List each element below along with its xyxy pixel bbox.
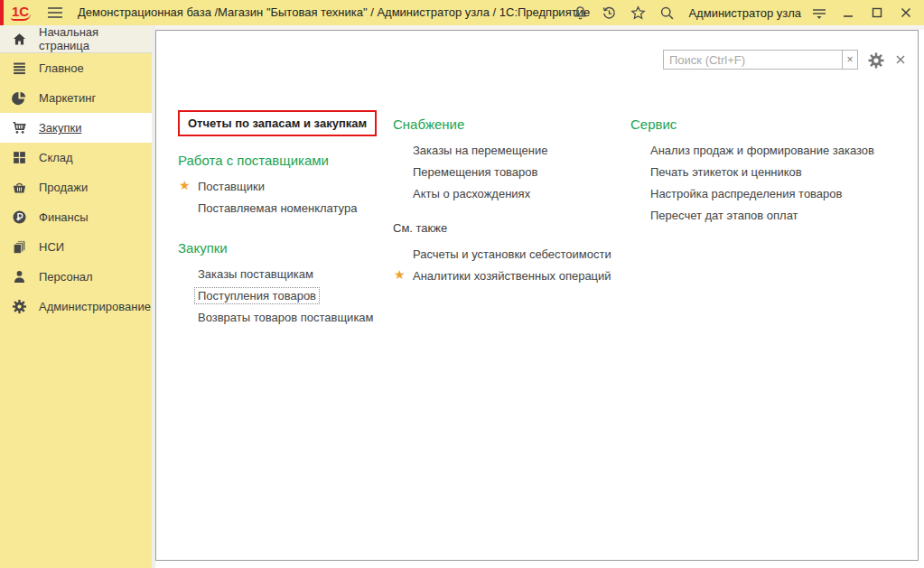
command-link[interactable]: Печать этикеток и ценников xyxy=(630,161,910,182)
1c-logo: 1С xyxy=(11,4,31,21)
sidebar-item-label: Продажи xyxy=(39,181,88,194)
sidebar-item-prodazhi[interactable]: Продажи xyxy=(0,172,152,202)
gear-icon xyxy=(12,299,27,314)
sidebar-item-label: НСИ xyxy=(39,240,64,254)
command-link[interactable]: ★ Аналитики хозяйственных операций xyxy=(393,265,630,286)
sidebar-item-finansy[interactable]: Финансы xyxy=(0,202,152,232)
current-user-label: Администратор узла xyxy=(688,6,801,20)
sidebar-item-label: Финансы xyxy=(39,210,89,224)
window-titlebar: 1С Демонстрационная база /Магазин "Бытов… xyxy=(0,0,924,25)
see-also-header: См. также xyxy=(393,220,630,236)
pie-chart-icon xyxy=(12,90,27,106)
favorite-star-icon: ★ xyxy=(179,179,191,191)
command-link[interactable]: Настройка распределения товаров xyxy=(630,182,910,204)
command-link[interactable]: Перемещения товаров xyxy=(393,161,630,182)
panel-close-icon[interactable] xyxy=(894,53,907,66)
sidebar-item-sklad[interactable]: Склад xyxy=(0,143,152,172)
window-title: Демонстрационная база /Магазин "Бытовая … xyxy=(78,0,590,25)
sidebar-item-label: Главное xyxy=(39,61,84,75)
minimize-button[interactable] xyxy=(837,3,859,23)
boxes-grid-icon xyxy=(12,150,27,165)
home-icon xyxy=(12,32,27,47)
sidebar-item-glavnoe[interactable]: Главное xyxy=(0,53,152,83)
functions-panel: × Отчеты по запасам и закупкам Работа с … xyxy=(155,30,919,561)
sidebar-item-label: Маркетинг xyxy=(39,91,96,105)
section-header: Сервис xyxy=(630,116,910,132)
command-link[interactable]: Заказы поставщикам xyxy=(178,263,395,284)
panel-column-2: Снабжение Заказы на перемещение Перемеще… xyxy=(393,116,630,286)
command-link-focused[interactable]: Поступления товаров xyxy=(178,284,395,306)
search-clear-button[interactable]: × xyxy=(842,50,858,70)
service-menu-icon[interactable] xyxy=(809,3,829,23)
favorites-star-icon[interactable] xyxy=(628,3,648,23)
history-icon[interactable] xyxy=(599,3,619,23)
basket-icon xyxy=(12,180,27,195)
sidebar-item-nsi[interactable]: НСИ xyxy=(0,232,152,262)
panel-settings-gear-icon[interactable] xyxy=(867,51,885,70)
sidebar-item-label: Закупки xyxy=(39,121,81,135)
ruble-coin-icon xyxy=(12,210,27,225)
panel-column-1: Отчеты по запасам и закупкам Работа с по… xyxy=(178,110,395,328)
command-link[interactable]: Пересчет дат этапов оплат xyxy=(630,204,910,226)
sidebar-item-label: Персонал xyxy=(39,270,93,284)
command-link[interactable]: Заказы на перемещение xyxy=(393,139,630,161)
panel-column-3: Сервис Анализ продаж и формирование зака… xyxy=(630,116,910,226)
sidebar-item-label: Склад xyxy=(39,151,73,164)
panel-search: × xyxy=(663,50,858,70)
sidebar-item-zakupki[interactable]: Закупки xyxy=(0,113,152,143)
command-link[interactable]: ★ Поставщики xyxy=(178,175,395,197)
sidebar-item-marketing[interactable]: Маркетинг xyxy=(0,83,152,113)
section-header: Закупки xyxy=(178,240,395,256)
sidebar-item-administrirovanie[interactable]: Администрирование xyxy=(0,292,152,321)
command-link[interactable]: Поставляемая номенклатура xyxy=(178,197,395,219)
sidebar: Начальная страница Главное Маркетинг Зак… xyxy=(0,25,152,568)
notifications-bell-icon[interactable] xyxy=(570,3,590,23)
command-link[interactable]: Возвраты товаров поставщикам xyxy=(178,306,395,328)
shopping-cart-icon xyxy=(12,120,27,135)
main-menu-icon[interactable] xyxy=(47,5,63,20)
section-header: Снабжение xyxy=(393,116,630,132)
search-input[interactable] xyxy=(663,50,842,70)
global-search-icon[interactable] xyxy=(657,3,677,23)
person-icon xyxy=(12,269,27,284)
brand-red-stripe xyxy=(0,0,4,25)
favorite-star-icon: ★ xyxy=(394,268,406,281)
sidebar-item-personal[interactable]: Персонал xyxy=(0,262,152,292)
command-link[interactable]: Анализ продаж и формирование заказов xyxy=(630,139,910,161)
list-lines-icon xyxy=(12,61,27,76)
sidebar-item-label: Начальная страница xyxy=(39,25,152,52)
section-header: Работа с поставщиками xyxy=(178,153,395,168)
close-window-button[interactable] xyxy=(895,3,917,23)
featured-report-link-highlight[interactable]: Отчеты по запасам и закупкам xyxy=(178,110,377,136)
sidebar-item-label: Администрирование xyxy=(39,300,151,313)
sidebar-item-home[interactable]: Начальная страница xyxy=(0,25,152,53)
command-link[interactable]: Акты о расхождениях xyxy=(393,182,630,204)
maximize-button[interactable] xyxy=(866,3,888,23)
stacked-documents-icon xyxy=(12,239,27,255)
command-link[interactable]: Расчеты и установки себестоимости xyxy=(393,243,630,265)
